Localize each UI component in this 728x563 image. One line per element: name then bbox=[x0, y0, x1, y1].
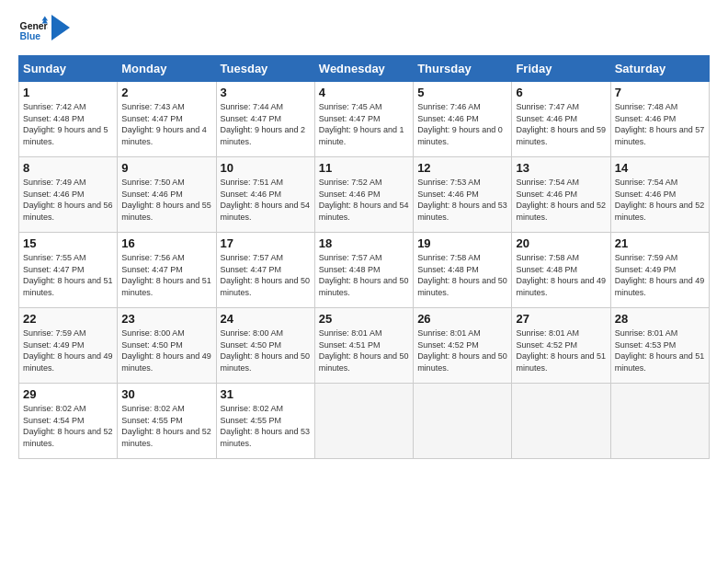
logo-arrow-icon bbox=[51, 15, 70, 40]
day-info: Sunrise: 7:58 AMSunset: 4:48 PMDaylight:… bbox=[516, 252, 606, 298]
day-info: Sunrise: 7:52 AMSunset: 4:46 PMDaylight:… bbox=[319, 177, 409, 223]
calendar-cell: 28 Sunrise: 8:01 AMSunset: 4:53 PMDaylig… bbox=[610, 308, 709, 384]
week-row-4: 22 Sunrise: 7:59 AMSunset: 4:49 PMDaylig… bbox=[19, 308, 710, 384]
day-info: Sunrise: 8:02 AMSunset: 4:55 PMDaylight:… bbox=[121, 403, 211, 449]
day-number: 13 bbox=[516, 161, 606, 175]
calendar-cell: 23 Sunrise: 8:00 AMSunset: 4:50 PMDaylig… bbox=[118, 308, 216, 384]
calendar-cell: 5 Sunrise: 7:46 AMSunset: 4:46 PMDayligh… bbox=[414, 82, 512, 157]
weekday-header-sunday: Sunday bbox=[19, 56, 118, 82]
day-number: 30 bbox=[121, 387, 211, 401]
calendar-cell: 19 Sunrise: 7:58 AMSunset: 4:48 PMDaylig… bbox=[414, 233, 512, 308]
weekday-header-tuesday: Tuesday bbox=[216, 56, 314, 82]
day-number: 17 bbox=[221, 236, 311, 250]
week-row-3: 15 Sunrise: 7:55 AMSunset: 4:47 PMDaylig… bbox=[19, 233, 710, 308]
day-info: Sunrise: 8:00 AMSunset: 4:50 PMDaylight:… bbox=[121, 327, 211, 373]
day-info: Sunrise: 7:51 AMSunset: 4:46 PMDaylight:… bbox=[221, 177, 311, 223]
day-info: Sunrise: 8:00 AMSunset: 4:50 PMDaylight:… bbox=[221, 327, 311, 373]
calendar-cell: 6 Sunrise: 7:47 AMSunset: 4:46 PMDayligh… bbox=[512, 82, 610, 157]
svg-text:Blue: Blue bbox=[20, 31, 41, 41]
day-number: 12 bbox=[417, 161, 507, 175]
calendar-cell: 11 Sunrise: 7:52 AMSunset: 4:46 PMDaylig… bbox=[314, 157, 413, 233]
day-number: 10 bbox=[221, 161, 311, 175]
page-header: General Blue bbox=[18, 15, 710, 44]
day-number: 3 bbox=[221, 86, 311, 99]
calendar-cell bbox=[610, 384, 709, 459]
calendar-cell: 27 Sunrise: 8:01 AMSunset: 4:52 PMDaylig… bbox=[512, 308, 610, 384]
calendar-cell: 31 Sunrise: 8:02 AMSunset: 4:55 PMDaylig… bbox=[216, 384, 314, 459]
day-number: 9 bbox=[121, 161, 211, 175]
weekday-header-saturday: Saturday bbox=[610, 56, 709, 82]
calendar-cell bbox=[414, 384, 512, 459]
weekday-header-thursday: Thursday bbox=[414, 56, 512, 82]
day-info: Sunrise: 7:47 AMSunset: 4:46 PMDaylight:… bbox=[516, 101, 606, 147]
calendar-cell: 9 Sunrise: 7:50 AMSunset: 4:46 PMDayligh… bbox=[118, 157, 216, 233]
day-number: 21 bbox=[615, 236, 705, 250]
day-info: Sunrise: 7:59 AMSunset: 4:49 PMDaylight:… bbox=[23, 327, 113, 373]
day-info: Sunrise: 7:45 AMSunset: 4:47 PMDaylight:… bbox=[319, 101, 409, 147]
week-row-2: 8 Sunrise: 7:49 AMSunset: 4:46 PMDayligh… bbox=[19, 157, 710, 233]
calendar-cell: 16 Sunrise: 7:56 AMSunset: 4:47 PMDaylig… bbox=[118, 233, 216, 308]
calendar-cell bbox=[512, 384, 610, 459]
calendar-cell: 4 Sunrise: 7:45 AMSunset: 4:47 PMDayligh… bbox=[314, 82, 413, 157]
day-info: Sunrise: 8:01 AMSunset: 4:52 PMDaylight:… bbox=[417, 327, 507, 373]
day-info: Sunrise: 7:44 AMSunset: 4:47 PMDaylight:… bbox=[221, 101, 311, 147]
calendar-cell: 10 Sunrise: 7:51 AMSunset: 4:46 PMDaylig… bbox=[216, 157, 314, 233]
calendar-cell: 7 Sunrise: 7:48 AMSunset: 4:46 PMDayligh… bbox=[610, 82, 709, 157]
day-number: 5 bbox=[417, 86, 507, 99]
header-row: SundayMondayTuesdayWednesdayThursdayFrid… bbox=[19, 56, 710, 82]
calendar-cell: 15 Sunrise: 7:55 AMSunset: 4:47 PMDaylig… bbox=[19, 233, 118, 308]
week-row-1: 1 Sunrise: 7:42 AMSunset: 4:48 PMDayligh… bbox=[19, 82, 710, 157]
weekday-header-friday: Friday bbox=[512, 56, 610, 82]
calendar-cell: 29 Sunrise: 8:02 AMSunset: 4:54 PMDaylig… bbox=[19, 384, 118, 459]
day-info: Sunrise: 7:57 AMSunset: 4:48 PMDaylight:… bbox=[319, 252, 409, 298]
day-number: 29 bbox=[23, 387, 113, 401]
day-number: 31 bbox=[221, 387, 311, 401]
day-number: 4 bbox=[319, 86, 409, 99]
main-container: General Blue SundayMondayTuesdayWednesda… bbox=[0, 0, 728, 468]
day-info: Sunrise: 7:59 AMSunset: 4:49 PMDaylight:… bbox=[615, 252, 705, 298]
day-number: 18 bbox=[319, 236, 409, 250]
day-info: Sunrise: 7:58 AMSunset: 4:48 PMDaylight:… bbox=[417, 252, 507, 298]
day-info: Sunrise: 8:01 AMSunset: 4:53 PMDaylight:… bbox=[615, 327, 705, 373]
calendar-cell: 13 Sunrise: 7:54 AMSunset: 4:46 PMDaylig… bbox=[512, 157, 610, 233]
day-number: 27 bbox=[516, 312, 606, 326]
day-number: 15 bbox=[23, 236, 113, 250]
calendar-cell: 14 Sunrise: 7:54 AMSunset: 4:46 PMDaylig… bbox=[610, 157, 709, 233]
calendar-cell bbox=[314, 384, 413, 459]
day-info: Sunrise: 8:02 AMSunset: 4:55 PMDaylight:… bbox=[221, 403, 311, 449]
day-info: Sunrise: 8:01 AMSunset: 4:51 PMDaylight:… bbox=[319, 327, 409, 373]
calendar-cell: 24 Sunrise: 8:00 AMSunset: 4:50 PMDaylig… bbox=[216, 308, 314, 384]
day-info: Sunrise: 7:43 AMSunset: 4:47 PMDaylight:… bbox=[121, 101, 211, 147]
day-number: 16 bbox=[121, 236, 211, 250]
calendar-cell: 17 Sunrise: 7:57 AMSunset: 4:47 PMDaylig… bbox=[216, 233, 314, 308]
day-info: Sunrise: 7:55 AMSunset: 4:47 PMDaylight:… bbox=[23, 252, 113, 298]
calendar-cell: 22 Sunrise: 7:59 AMSunset: 4:49 PMDaylig… bbox=[19, 308, 118, 384]
day-info: Sunrise: 7:54 AMSunset: 4:46 PMDaylight:… bbox=[516, 177, 606, 223]
calendar-cell: 2 Sunrise: 7:43 AMSunset: 4:47 PMDayligh… bbox=[118, 82, 216, 157]
calendar-cell: 18 Sunrise: 7:57 AMSunset: 4:48 PMDaylig… bbox=[314, 233, 413, 308]
day-info: Sunrise: 7:50 AMSunset: 4:46 PMDaylight:… bbox=[121, 177, 211, 223]
calendar-table: SundayMondayTuesdayWednesdayThursdayFrid… bbox=[18, 55, 710, 459]
week-row-5: 29 Sunrise: 8:02 AMSunset: 4:54 PMDaylig… bbox=[19, 384, 710, 459]
day-info: Sunrise: 7:53 AMSunset: 4:46 PMDaylight:… bbox=[417, 177, 507, 223]
day-info: Sunrise: 7:48 AMSunset: 4:46 PMDaylight:… bbox=[615, 101, 705, 147]
day-info: Sunrise: 7:54 AMSunset: 4:46 PMDaylight:… bbox=[615, 177, 705, 223]
day-number: 24 bbox=[221, 312, 311, 326]
day-number: 14 bbox=[615, 161, 705, 175]
day-number: 6 bbox=[516, 86, 606, 99]
day-number: 22 bbox=[23, 312, 113, 326]
day-number: 1 bbox=[23, 86, 113, 99]
day-info: Sunrise: 7:42 AMSunset: 4:48 PMDaylight:… bbox=[23, 101, 113, 147]
calendar-cell: 8 Sunrise: 7:49 AMSunset: 4:46 PMDayligh… bbox=[19, 157, 118, 233]
day-number: 19 bbox=[417, 236, 507, 250]
svg-marker-4 bbox=[51, 15, 70, 40]
weekday-header-wednesday: Wednesday bbox=[314, 56, 413, 82]
calendar-cell: 25 Sunrise: 8:01 AMSunset: 4:51 PMDaylig… bbox=[314, 308, 413, 384]
day-number: 25 bbox=[319, 312, 409, 326]
day-number: 26 bbox=[417, 312, 507, 326]
day-info: Sunrise: 7:46 AMSunset: 4:46 PMDaylight:… bbox=[417, 101, 507, 147]
day-info: Sunrise: 8:02 AMSunset: 4:54 PMDaylight:… bbox=[23, 403, 113, 449]
day-number: 11 bbox=[319, 161, 409, 175]
day-info: Sunrise: 7:57 AMSunset: 4:47 PMDaylight:… bbox=[221, 252, 311, 298]
day-number: 2 bbox=[121, 86, 211, 99]
